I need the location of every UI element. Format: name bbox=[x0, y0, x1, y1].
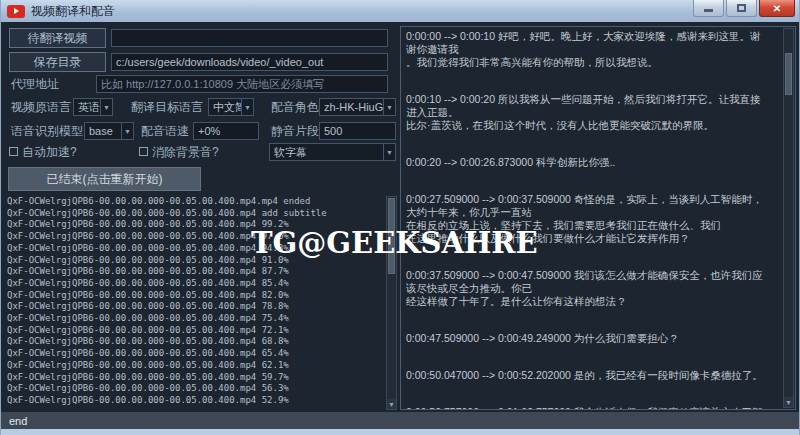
scroll-down-icon[interactable]: ▼ bbox=[387, 399, 396, 409]
subtitle-mode-value: 软字幕 bbox=[274, 145, 383, 160]
source-lang-label: 视频原语言 bbox=[11, 98, 71, 116]
subtitle-segment: 0:00:37.509000 --> 0:00:47.509000 我们该怎么做… bbox=[406, 269, 779, 308]
subtitle-segment: 0:00:52.757000 --> 0:01:02.757000 我会告诉人们… bbox=[406, 406, 779, 409]
proxy-input[interactable]: 比如 http://127.0.0.1:10809 大陆地区必须填写 bbox=[96, 75, 388, 93]
subtitle-segment: 0:00:50.047000 --> 0:00:52.202000 是的，我已经… bbox=[406, 369, 779, 382]
window-frame-bottom bbox=[1, 429, 799, 435]
subtitle-line: 该尽快或尽全力推动。你已 bbox=[406, 282, 779, 295]
auto-speed-checkbox[interactable] bbox=[9, 147, 18, 156]
maximize-button[interactable] bbox=[726, 0, 757, 17]
chevron-down-icon: ▼ bbox=[383, 99, 395, 115]
main-content: 待翻译视频 保存目录 c:/users/geek/downloads/video… bbox=[1, 22, 799, 412]
minimize-button[interactable] bbox=[693, 0, 724, 17]
log-line: QxF-OCWelrgjQPB6-00.00.00.000-00.05.00.4… bbox=[7, 266, 383, 278]
rate-input[interactable]: +0% bbox=[193, 122, 259, 140]
model-value: base bbox=[89, 125, 121, 137]
subtitle-line: 0:00:00 --> 0:00:10 好吧，好吧。晚上好，大家欢迎埃隆，感谢来… bbox=[406, 30, 779, 43]
log-line: QxF-OCWelrgjQPB6-00.00.00.000-00.05.00.4… bbox=[7, 348, 383, 360]
chevron-down-icon: ▼ bbox=[121, 123, 133, 139]
log-line: QxF-OCWelrgjQPB6-00.00.00.000-00.05.00.4… bbox=[7, 395, 383, 407]
log-line: QxF-OCWelrgjQPB6-00.00.00.000-00.05.00.4… bbox=[7, 325, 383, 337]
log-line: QxF-OCWelrgjQPB6-00.00.00.000-00.05.00.4… bbox=[7, 278, 383, 290]
app-icon bbox=[7, 5, 25, 18]
target-lang-select[interactable]: 中文简 ▼ bbox=[208, 98, 254, 116]
target-lang-label: 翻译目标语言 bbox=[131, 98, 203, 116]
subtitle-segment: 0:00:00 --> 0:00:10 好吧，好吧。晚上好，大家欢迎埃隆，感谢来… bbox=[406, 30, 779, 69]
subtitle-output[interactable]: 0:00:00 --> 0:00:10 好吧，好吧。晚上好，大家欢迎埃隆，感谢来… bbox=[400, 26, 796, 410]
output-panel: 0:00:00 --> 0:00:10 好吧，好吧。晚上好，大家欢迎埃隆，感谢来… bbox=[399, 22, 799, 412]
silence-input[interactable]: 500 bbox=[319, 122, 396, 140]
subtitle-line: 0:00:47.509000 --> 0:00:49.249000 为什么我们需… bbox=[406, 332, 779, 345]
close-icon: ✕ bbox=[773, 3, 781, 14]
model-select[interactable]: base ▼ bbox=[84, 122, 134, 140]
chevron-down-icon: ▼ bbox=[100, 99, 112, 115]
voice-role-label: 配音角色 bbox=[271, 98, 319, 116]
log-line: QxF-OCWelrgjQPB6-00.00.00.000-00.05.00.4… bbox=[7, 372, 383, 384]
subtitle-line: 。我们觉得我们非常高兴能有你的帮助，所以我想说。 bbox=[406, 56, 779, 69]
log-line: QxF-OCWelrgjQPB6-00.00.00.000-00.05.00.4… bbox=[7, 383, 383, 395]
log-line: QxF-OCWelrgjQPB6-00.00.00.000-00.05.00.4… bbox=[7, 313, 383, 325]
subtitle-line: 0:00:50.047000 --> 0:00:52.202000 是的，我已经… bbox=[406, 369, 779, 382]
play-icon bbox=[14, 8, 19, 14]
subtitle-line: 比尔·盖茨说，在我们这个时代，没有人比他更能突破沉默的界限。 bbox=[406, 119, 779, 132]
titlebar[interactable]: 视频翻译和配音 ✕ bbox=[1, 0, 799, 22]
status-bar: end bbox=[1, 412, 799, 429]
watermark: TG@GEEKSAHRE bbox=[251, 226, 538, 260]
subtitle-segment: 0:00:20 --> 0:00:26.873000 科学创新比你强.. bbox=[406, 156, 779, 169]
subtitle-segment: 0:00:10 --> 0:00:20 所以我将从一些问题开始，然后我们将打开它… bbox=[406, 93, 779, 132]
log-line: QxF-OCWelrgjQPB6-00.00.00.000-00.05.00.4… bbox=[7, 301, 383, 313]
subtitle-line: 0:00:20 --> 0:00:26.873000 科学创新比你强.. bbox=[406, 156, 779, 169]
start-restart-button[interactable]: 已结束(点击重新开始) bbox=[8, 167, 201, 191]
subtitle-segment: 0:00:47.509000 --> 0:00:49.249000 为什么我们需… bbox=[406, 332, 779, 345]
status-text: end bbox=[9, 415, 27, 427]
log-line: QxF-OCWelrgjQPB6-00.00.00.000-00.05.00.4… bbox=[7, 196, 383, 208]
subtitle-line: 0:00:37.509000 --> 0:00:47.509000 我们该怎么做… bbox=[406, 269, 779, 282]
subtitle-line: 经这样做了十年了。是什么让你有这样的想法？ bbox=[406, 295, 779, 308]
voice-role-select[interactable]: zh-HK-HiuGa ▼ bbox=[319, 98, 396, 116]
proxy-label: 代理地址 bbox=[11, 75, 59, 93]
save-dir-button[interactable]: 保存目录 bbox=[9, 52, 106, 72]
remove-bg-label: 消除背景音? bbox=[152, 143, 219, 161]
subtitle-line: 0:00:10 --> 0:00:20 所以我将从一些问题开始，然后我们将打开它… bbox=[406, 93, 779, 106]
chevron-down-icon: ▼ bbox=[241, 99, 253, 115]
source-lang-value: 英语 bbox=[78, 100, 100, 115]
videos-input[interactable] bbox=[111, 29, 388, 47]
remove-bg-checkbox[interactable] bbox=[139, 147, 148, 156]
select-videos-button[interactable]: 待翻译视频 bbox=[9, 28, 106, 48]
subtitle-line: 0:00:27.509000 --> 0:00:37.509000 奇怪的是，实… bbox=[406, 193, 779, 206]
scrollbar-thumb[interactable] bbox=[785, 53, 792, 95]
source-lang-select[interactable]: 英语 ▼ bbox=[73, 98, 113, 116]
window-controls: ✕ bbox=[693, 0, 799, 17]
log-line: QxF-OCWelrgjQPB6-00.00.00.000-00.05.00.4… bbox=[7, 208, 383, 220]
log-line: QxF-OCWelrgjQPB6-00.00.00.000-00.05.00.4… bbox=[7, 360, 383, 372]
log-line: QxF-OCWelrgjQPB6-00.00.00.000-00.05.00.4… bbox=[7, 290, 383, 302]
auto-speed-label: 自动加速? bbox=[22, 143, 77, 161]
minimize-icon bbox=[704, 9, 713, 12]
subtitle-line: 大约十年来，你几乎一直站 bbox=[406, 206, 779, 219]
target-lang-value: 中文简 bbox=[213, 100, 241, 115]
subtitles-scrollbar[interactable]: ▼ bbox=[783, 28, 794, 408]
log-line: QxF-OCWelrgjQPB6-00.00.00.000-00.05.00.4… bbox=[7, 336, 383, 348]
subtitle-line: 0:00:52.757000 --> 0:01:02.757000 我会告诉人们… bbox=[406, 406, 779, 409]
subtitle-line: 谢你邀请我 bbox=[406, 43, 779, 56]
subtitle-text: 0:00:00 --> 0:00:10 好吧，好吧。晚上好，大家欢迎埃隆，感谢来… bbox=[406, 30, 779, 409]
subtitle-line: 进入正题。 bbox=[406, 106, 779, 119]
scroll-down-icon[interactable]: ▼ bbox=[784, 397, 793, 407]
subtitle-mode-select[interactable]: 软字幕 ▼ bbox=[269, 143, 396, 161]
maximize-icon bbox=[737, 4, 746, 12]
voice-role-value: zh-HK-HiuGa bbox=[324, 101, 383, 113]
rate-label: 配音语速 bbox=[141, 122, 189, 140]
silence-label: 静音片段 bbox=[271, 122, 319, 140]
save-dir-input[interactable]: c:/users/geek/downloads/video/_video_out bbox=[111, 53, 388, 71]
window-title: 视频翻译和配音 bbox=[31, 3, 115, 20]
chevron-down-icon: ▼ bbox=[383, 144, 395, 160]
close-button[interactable]: ✕ bbox=[759, 0, 795, 17]
settings-panel: 待翻译视频 保存目录 c:/users/geek/downloads/video… bbox=[1, 22, 399, 412]
app-window: 视频翻译和配音 ✕ 待翻译视频 保存目录 c:/users/geek/downl… bbox=[0, 0, 800, 435]
model-label: 语音识别模型 bbox=[11, 122, 83, 140]
